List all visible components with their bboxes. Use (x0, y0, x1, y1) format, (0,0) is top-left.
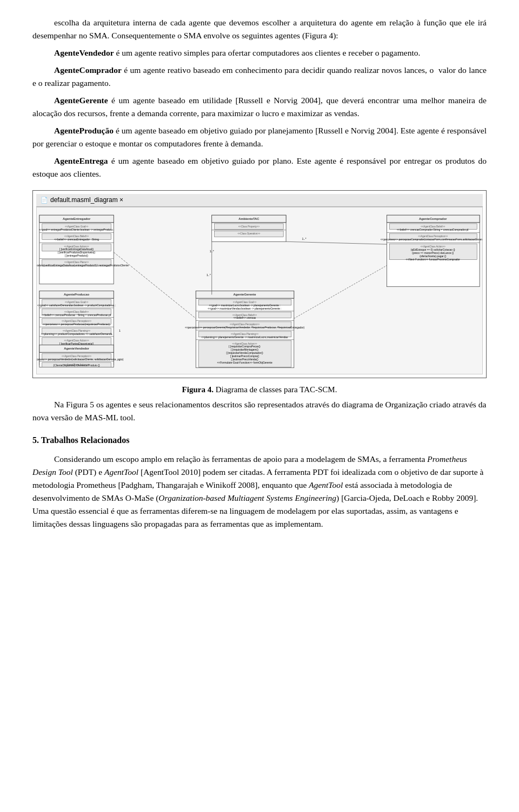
figure-caption-bold: Figura 4. (182, 385, 214, 394)
svg-text:<<AgentClass Belief>>: <<AgentClass Belief>> (64, 235, 89, 238)
svg-text:AgenteGerente: AgenteGerente (233, 293, 256, 296)
section-5-paragraph-1: Considerando um escopo amplo em relação … (32, 453, 487, 531)
svg-text:<<AgentClass Action>>: <<AgentClass Action>> (64, 339, 89, 341)
svg-text:<<AgentClass Belief>>: <<AgentClass Belief>> (64, 310, 89, 313)
figure-tab-icon: 📄 (41, 196, 48, 205)
paragraph-agente-gerente: AgenteGerente é um agente baseado em uti… (32, 94, 487, 120)
svg-text:AgenteEntregador: AgenteEntregador (63, 217, 91, 220)
svg-text:[ ]estimarPrecoCompra(): [ ]estimarPrecoCompra() (230, 355, 260, 358)
svg-text:<<Class Operation>>: <<Class Operation>> (237, 232, 260, 235)
agente-producao-label: AgenteProdução (54, 126, 114, 135)
svg-text:entregarProduto(verificarEntre: entregarProduto(verificarEntregaDataAtua… (37, 264, 129, 267)
svg-text:<<Next-Function>> funcaoProxim: <<Next-Function>> funcaoProximoComprador (406, 258, 461, 260)
agenttool-name-2: AgentTool (309, 480, 343, 489)
after-figure-text: Na Figura 5 os agentes e seus relacionam… (32, 398, 487, 424)
svg-text:[ ]requisitarVendaComputador(): [ ]requisitarVendaComputador() (226, 352, 263, 354)
section-number: 5. (32, 435, 39, 445)
paragraph-agente-comprador: AgenteComprador é um agente reativo base… (32, 64, 487, 90)
as-word: as (266, 519, 273, 528)
svg-text:<<belief>> crencasComprador:St: <<belief>> crencasComprador:String = cre… (397, 228, 469, 231)
svg-text:<<planning>> produzirComputado: <<planning>> produzirComputadores => sat… (41, 333, 112, 335)
svg-text:<<Class Property>>: <<Class Property>> (238, 225, 260, 228)
svg-line-119 (114, 252, 196, 319)
svg-text:<<AgentClass Belief>>: <<AgentClass Belief>> (232, 313, 257, 316)
svg-text:[ ]verificarEntregaDataAtual(): [ ]verificarEntregaDataAtual() (59, 248, 94, 251)
figure-4-diagram: .box { fill: white; stroke: #444; stroke… (36, 207, 483, 374)
svg-text:<<AgentClass Goal>>: <<AgentClass Goal>> (65, 225, 89, 228)
pdt-tool-name: Prometheus Design Tool (32, 454, 467, 477)
paragraph-agente-producao: AgenteProdução é um agente baseado em ob… (32, 124, 487, 150)
omase-full-name: Organization-based Multiagent Systems En… (158, 493, 336, 502)
svg-text:<<AgentClass Plans>>: <<AgentClass Plans>> (64, 261, 89, 264)
agenttool-name: AgentTool (104, 467, 138, 477)
agente-comprador-label: AgenteComprador (54, 65, 122, 75)
svg-text:<<perceives>> percepcaoGerente: <<perceives>> percepcaoGerente(Requisica… (185, 326, 305, 329)
svg-text:(oferta/Aceita) pagar {}: (oferta/Aceita) pagar {} (420, 254, 447, 257)
svg-text:<<AgentClass Planning>>: <<AgentClass Planning>> (63, 330, 91, 332)
svg-text:[ ]entregarProduto(): [ ]entregarProduto() (65, 254, 88, 257)
svg-text:AgenteComprador: AgenteComprador (419, 217, 447, 220)
figure-tab-label[interactable]: default.masml_diagram × (50, 195, 123, 205)
svg-text:[ ]estimarPrecoVenda(): [ ]estimarPrecoVenda() (231, 358, 258, 361)
svg-text:<<AgentClass Action>>: <<AgentClass Action>> (232, 342, 257, 345)
svg-text:<<planning>> planejamentoGeren: <<planning>> planejamentoGerente -> maxi… (202, 336, 289, 339)
section-title: Trabalhos Relacionados (41, 435, 130, 445)
svg-text:[ ]requisitarMontagem(): [ ]requisitarMontagem() (231, 348, 258, 351)
svg-text:<<goal>> satisfazerDemandas:bo: <<goal>> satisfazerDemandas:boolean -> p… (37, 304, 116, 307)
figure-caption-text: Diagrama de classes para TAC-SCM. (214, 385, 337, 394)
section-5-heading: 5. Trabalhos Relacionados (32, 434, 487, 447)
svg-text:<<AgentClass Action>>: <<AgentClass Action>> (421, 245, 445, 248)
paragraph-agente-vendedor: AgenteVendedor é um agente reativo simpl… (54, 46, 487, 59)
svg-text:AgenteVendedor: AgenteVendedor (64, 347, 89, 350)
svg-text:<<goal>> maximizarLucro:boolea: <<goal>> maximizarLucro:boolean -> plane… (209, 304, 280, 307)
svg-text:<<Formulate-Goal-Function>> fo: <<Formulate-Goal-Function>> formObjGeren… (217, 361, 272, 364)
svg-text:1: 1 (119, 329, 121, 332)
svg-text:<<AgentClass Perception>>: <<AgentClass Perception>> (62, 355, 92, 358)
main-content: escolha da arquitetura interna de cada a… (32, 16, 487, 180)
svg-text:<<perceives>> percepcaoVendedo: <<perceives>> percepcaoVendedor(solicita… (37, 358, 124, 361)
svg-text:(preco == menorPreco) darLance: (preco == menorPreco) darLance {} (412, 252, 454, 254)
svg-text:<<AgentClass Planning>>: <<AgentClass Planning>> (231, 333, 259, 335)
svg-text:<<AgentClass Perception>>: <<AgentClass Perception>> (230, 323, 260, 326)
svg-text:1..*: 1..* (207, 273, 211, 277)
svg-text:(qEdEstoque == 0) solicitarCot: (qEdEstoque == 0) solicitarCotacao {} (411, 249, 455, 251)
svg-text:AgenteProducao: AgenteProducao (64, 293, 89, 296)
paragraph-intro: escolha da arquitetura interna de cada a… (32, 16, 487, 42)
svg-text:<<belief>> crencas: <<belief>> crencas (234, 317, 256, 319)
figure-4-container: 📄 default.masml_diagram × .box { fill: w… (32, 190, 487, 378)
svg-text:[ ]verificarProdutosDisponivei: [ ]verificarProdutosDisponiveis() (58, 251, 95, 254)
svg-text:<<perceives>> percepcaoProduca: <<perceives>> percepcaoProducao(requisic… (43, 323, 110, 326)
svg-text:<<belief>> crencasProducao : S: <<belief>> crencasProducao : String = cr… (42, 313, 112, 316)
agente-entrega-label: AgenteEntrega (54, 156, 108, 165)
svg-text:1..*: 1..* (302, 237, 306, 240)
svg-text:<<belief>> crencasEntregador :: <<belief>> crencasEntregador : String (54, 238, 99, 241)
svg-text:<<goal>> maximizarVendas:boole: <<goal>> maximizarVendas:boolean -> plan… (208, 307, 281, 310)
svg-text:[ ]requisitarCompraPecas(): [ ]requisitarCompraPecas() (229, 345, 261, 348)
svg-line-124 (294, 265, 387, 318)
figure-caption: Figura 4. Diagrama de classes para TAC-S… (32, 384, 487, 396)
svg-text:<<AgentClass Perception>>: <<AgentClass Perception>> (418, 235, 448, 238)
svg-line-122 (286, 241, 387, 244)
agente-gerente-label: AgenteGerente (54, 96, 108, 105)
svg-text:<<perceives>> percepcaoComprad: <<perceives>> percepcaoComprador(cotacao… (381, 238, 482, 241)
svg-text:[ ]verificarPartesDisponiveis(: [ ]verificarPartesDisponiveis() (59, 342, 94, 345)
svg-text:<<AgentClass Goal>>: <<AgentClass Goal>> (233, 301, 257, 304)
paragraph-agente-entrega: AgenteEntrega é um agente baseado em obj… (32, 155, 487, 180)
svg-text:<<goal>> entregarProdutosClien: <<goal>> entregarProdutosCliente:boolean… (39, 228, 114, 231)
agente-vendedor-label: AgenteVendedor (54, 48, 114, 57)
svg-text:AmbienteTAC: AmbienteTAC (238, 217, 260, 220)
svg-text:<<AgentClass Goal>>: <<AgentClass Goal>> (65, 301, 89, 304)
svg-text:<<AgentClass Belief>>: <<AgentClass Belief>> (421, 225, 445, 228)
svg-text:<<AgentClass Perception>>: <<AgentClass Perception>> (62, 320, 92, 323)
svg-text:(ClienteDisponivel) OfereecerP: (ClienteDisponivel) OfereecerProduto {} (54, 364, 100, 367)
